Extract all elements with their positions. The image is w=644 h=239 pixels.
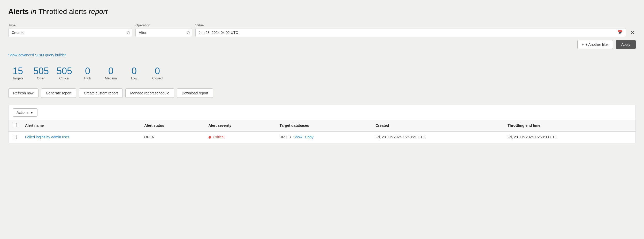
- filter-value-input[interactable]: [198, 28, 617, 37]
- calendar-icon[interactable]: 📅: [617, 30, 624, 35]
- stat-medium: 0 Medium: [101, 64, 125, 81]
- refresh-now-button[interactable]: Refresh now: [8, 88, 39, 98]
- col-target-databases: Target databases: [275, 120, 372, 131]
- row-alert-severity: Critical: [204, 131, 275, 143]
- actions-dropdown-button[interactable]: Actions ▼: [13, 108, 37, 117]
- table-header-row: Alert name Alert status Alert severity T…: [9, 120, 635, 131]
- row-created: Fri, 28 Jun 2024 15:40:21 UTC: [371, 131, 503, 143]
- col-throttling-end-time: Throttling end time: [503, 120, 635, 131]
- generate-report-button[interactable]: Generate report: [41, 88, 76, 98]
- manage-report-schedule-button[interactable]: Manage report schedule: [125, 88, 174, 98]
- stat-low-label: Low: [131, 76, 137, 80]
- page-title: Alerts in Throttled alerts report: [8, 7, 636, 16]
- col-alert-name: Alert name: [21, 120, 140, 131]
- target-db-copy-link[interactable]: Copy: [305, 135, 313, 139]
- severity-text: Critical: [213, 135, 225, 139]
- plus-icon: +: [582, 42, 584, 47]
- table-toolbar: Actions ▼: [9, 105, 635, 120]
- row-checkbox-cell: [9, 131, 21, 143]
- row-throttling-end-time: Fri, 28 Jun 2024 15:50:00 UTC: [503, 131, 635, 143]
- col-created: Created: [371, 120, 503, 131]
- col-alert-severity: Alert severity: [204, 120, 275, 131]
- filter-operation-select[interactable]: After: [135, 28, 192, 37]
- stat-closed-value: 0: [155, 66, 160, 76]
- apply-button[interactable]: Apply: [616, 40, 636, 49]
- filter-row: Type Created Operation After Value 📅 ✕: [8, 23, 636, 37]
- filter-value-label: Value: [195, 23, 626, 27]
- stat-medium-label: Medium: [105, 76, 117, 80]
- scim-query-link[interactable]: Show advanced SCIM query builder: [8, 53, 66, 57]
- create-custom-report-button[interactable]: Create custom report: [79, 88, 123, 98]
- severity-dot-critical: [209, 136, 211, 139]
- actions-label: Actions: [17, 110, 28, 115]
- stats-row: 15 Targets 505 Open 505 Critical 0 High …: [8, 64, 636, 81]
- target-db-name: HR DB: [280, 135, 291, 139]
- filter-type-select[interactable]: Created: [8, 28, 132, 37]
- table-row: Failed logins by admin user OPEN Critica…: [9, 131, 635, 143]
- filter-operation-label: Operation: [135, 23, 192, 27]
- stat-closed: 0 Closed: [148, 64, 171, 81]
- alerts-table: Alert name Alert status Alert severity T…: [9, 120, 635, 143]
- stat-open: 505 Open: [32, 64, 55, 81]
- stat-targets: 15 Targets: [8, 64, 32, 81]
- stat-high-label: High: [84, 76, 91, 80]
- action-buttons-row: Refresh now Generate report Create custo…: [8, 88, 636, 98]
- filter-operation-group: Operation After: [135, 23, 192, 37]
- alerts-table-section: Actions ▼ Alert name Alert status Alert …: [8, 105, 636, 143]
- alert-name-link[interactable]: Failed logins by admin user: [25, 135, 69, 139]
- stat-critical: 505 Critical: [55, 64, 78, 81]
- stat-high-value: 0: [85, 66, 90, 76]
- select-all-cell: [9, 120, 21, 131]
- filter-actions-row: + + Another filter Apply: [8, 40, 636, 49]
- stat-medium-value: 0: [108, 66, 113, 76]
- stat-open-label: Open: [37, 76, 45, 80]
- row-target-databases: HR DB Show Copy: [275, 131, 372, 143]
- chevron-down-icon: ▼: [30, 110, 34, 115]
- filter-type-label: Type: [8, 23, 132, 27]
- stat-targets-value: 15: [13, 66, 23, 76]
- filter-value-input-wrap: 📅: [195, 28, 626, 37]
- row-alert-status: OPEN: [140, 131, 204, 143]
- download-report-button[interactable]: Download report: [177, 88, 213, 98]
- filter-close-button[interactable]: ✕: [629, 29, 636, 36]
- row-alert-name: Failed logins by admin user: [21, 131, 140, 143]
- stat-critical-value: 505: [57, 66, 72, 76]
- stat-low: 0 Low: [125, 64, 148, 81]
- filter-type-group: Type Created: [8, 23, 132, 37]
- filter-value-group: Value 📅: [195, 23, 626, 37]
- stat-targets-label: Targets: [12, 76, 24, 80]
- stat-critical-label: Critical: [59, 76, 70, 80]
- select-all-checkbox[interactable]: [13, 123, 17, 127]
- col-alert-status: Alert status: [140, 120, 204, 131]
- another-filter-button[interactable]: + + Another filter: [577, 40, 613, 49]
- stat-closed-label: Closed: [152, 76, 163, 80]
- row-checkbox[interactable]: [13, 135, 17, 139]
- stat-open-value: 505: [33, 66, 49, 76]
- stat-low-value: 0: [132, 66, 137, 76]
- target-db-show-link[interactable]: Show: [293, 135, 302, 139]
- stat-high: 0 High: [78, 64, 101, 81]
